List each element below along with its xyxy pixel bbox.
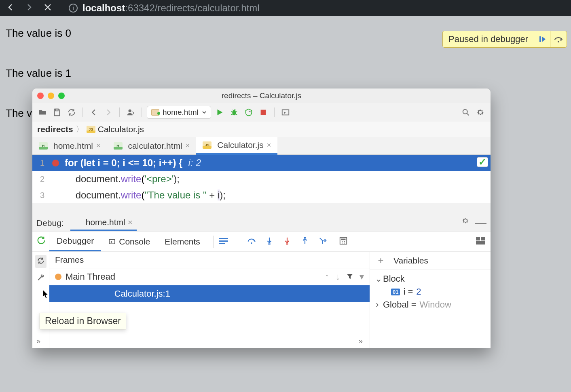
frame-down-icon[interactable]: ↓	[336, 272, 340, 282]
wrench-icon[interactable]	[37, 274, 45, 283]
svg-rect-15	[304, 237, 306, 238]
var-scope-global[interactable]: ›Global = Window	[375, 298, 486, 311]
breadcrumb-file[interactable]: Calculator.js	[98, 124, 144, 134]
close-icon[interactable]: ×	[128, 217, 133, 227]
code-line[interactable]: document.write('<pre>');	[63, 173, 180, 185]
add-watch-icon[interactable]: +	[376, 255, 386, 266]
debugger-tab[interactable]: Debugger	[49, 232, 101, 251]
js-file-icon: JS	[203, 141, 211, 149]
resume-icon[interactable]	[534, 31, 550, 47]
nav-back-icon[interactable]	[88, 106, 100, 118]
svg-rect-5	[260, 110, 266, 115]
var-scope-block[interactable]: ⌄Block	[375, 272, 486, 285]
save-all-icon[interactable]	[51, 106, 63, 118]
tab-calculator-html[interactable]: Hcalculator.html×	[107, 137, 197, 154]
code-line[interactable]: document.write("The value is " + i);	[63, 190, 226, 201]
debug-toolbar: Debugger Console Elements	[32, 232, 491, 252]
svg-point-1	[558, 41, 559, 42]
titlebar[interactable]: redirects – Calculator.js	[32, 89, 491, 103]
svg-rect-11	[219, 243, 225, 244]
hide-panel-icon[interactable]: —	[475, 217, 486, 230]
tab-home-html[interactable]: Hhome.html×	[32, 137, 107, 154]
tab-calculator-js[interactable]: JSCalculator.js×	[196, 137, 277, 155]
run-anything-icon[interactable]	[279, 106, 292, 118]
frame-selected[interactable]: anonymous()···Calculator.js:1	[49, 285, 370, 302]
url-path: :63342/redirects/calculator.html	[125, 2, 259, 13]
vcs-user-icon[interactable]	[125, 106, 137, 118]
breadcrumb: redirects JS Calculator.js	[32, 122, 491, 137]
main-toolbar: home.html	[32, 103, 491, 122]
svg-point-12	[251, 242, 252, 244]
step-over-icon[interactable]	[550, 31, 567, 47]
settings-gear-icon[interactable]	[474, 106, 486, 118]
stop-icon[interactable]	[257, 106, 269, 118]
output-line: The value is 1	[6, 63, 565, 83]
search-icon[interactable]	[460, 106, 472, 118]
open-icon[interactable]	[36, 106, 49, 118]
run-to-cursor-icon[interactable]	[318, 236, 327, 247]
svg-rect-13	[268, 243, 271, 244]
paused-in-debugger-overlay: Paused in debugger	[442, 31, 567, 48]
window-close-icon[interactable]	[37, 93, 44, 99]
editor-tabs: Hhome.html× Hcalculator.html× JSCalculat…	[32, 137, 491, 155]
ide-window: redirects – Calculator.js home.html redi…	[32, 89, 491, 348]
debug-icon[interactable]	[228, 106, 240, 118]
window-minimize-icon[interactable]	[48, 93, 54, 99]
close-icon[interactable]: ×	[186, 141, 190, 150]
run-config-label: home.html	[163, 108, 199, 117]
gear-icon[interactable]	[461, 217, 469, 230]
step-into-icon[interactable]	[265, 236, 274, 247]
thread-row[interactable]: Main Thread ↑ ↓ ▾	[49, 268, 370, 285]
breakpoint-icon[interactable]	[48, 160, 63, 166]
svg-rect-10	[219, 240, 228, 242]
run-icon[interactable]	[214, 106, 226, 118]
debug-tool-window-header: Debug: home.html × —	[32, 214, 491, 232]
nav-forward-icon[interactable]	[102, 106, 114, 118]
step-over-icon[interactable]	[247, 236, 256, 247]
evaluate-icon[interactable]	[339, 236, 348, 247]
svg-rect-6	[282, 110, 289, 115]
step-out-icon[interactable]	[300, 236, 309, 247]
elements-tab[interactable]: Elements	[157, 232, 207, 251]
code-editor[interactable]: ✓ 1 for (let i = 0; i <= 10; i++) {i: 2 …	[32, 155, 491, 203]
rerun-icon[interactable]	[36, 236, 45, 247]
close-icon[interactable]: ×	[96, 141, 101, 150]
close-page-icon[interactable]	[43, 2, 53, 14]
url-host: localhost	[82, 2, 125, 13]
thread-status-icon	[55, 274, 61, 280]
js-file-icon: JS	[87, 126, 95, 133]
coverage-icon[interactable]	[243, 106, 255, 118]
code-line[interactable]: for (let i = 0; i <= 10; i++) {i: 2	[63, 157, 201, 169]
force-step-into-icon[interactable]	[283, 236, 292, 247]
tooltip-reload-in-browser: Reload in Browser	[40, 313, 126, 329]
expand-icon[interactable]: »	[359, 337, 363, 346]
html-file-icon	[151, 109, 159, 116]
sync-icon[interactable]	[66, 106, 78, 118]
filter-icon[interactable]	[347, 272, 353, 282]
breadcrumb-root[interactable]: redirects	[37, 124, 73, 134]
svg-rect-19	[481, 237, 485, 240]
url-bar[interactable]: i localhost:63342/redirects/calculator.h…	[69, 2, 260, 14]
window-zoom-icon[interactable]	[58, 93, 65, 99]
svg-point-7	[463, 110, 467, 114]
chevron-down-icon	[202, 110, 207, 115]
expand-icon[interactable]: »	[36, 337, 40, 346]
mouse-cursor-icon	[42, 289, 50, 299]
layout-icon[interactable]	[476, 237, 485, 246]
forward-icon[interactable]	[24, 2, 34, 14]
svg-rect-18	[476, 237, 480, 240]
chevron-down-icon[interactable]: ▾	[360, 272, 364, 282]
console-tab[interactable]: Console	[101, 232, 157, 251]
debug-session-tab[interactable]: home.html ×	[70, 215, 137, 231]
debug-panels: » Frames Main Thread ↑ ↓ ▾ anonymous()··…	[32, 252, 491, 348]
reload-in-browser-icon[interactable]	[35, 255, 47, 268]
site-info-icon[interactable]: i	[69, 4, 78, 13]
var-i[interactable]: 01i = 2	[375, 285, 486, 298]
run-config-selector[interactable]: home.html	[147, 106, 211, 119]
threads-icon[interactable]	[219, 237, 228, 246]
close-icon[interactable]: ×	[267, 141, 271, 150]
browser-chrome: i localhost:63342/redirects/calculator.h…	[0, 0, 571, 16]
inspection-ok-icon[interactable]: ✓	[477, 157, 488, 167]
frame-up-icon[interactable]: ↑	[325, 272, 329, 282]
back-icon[interactable]	[6, 2, 15, 14]
